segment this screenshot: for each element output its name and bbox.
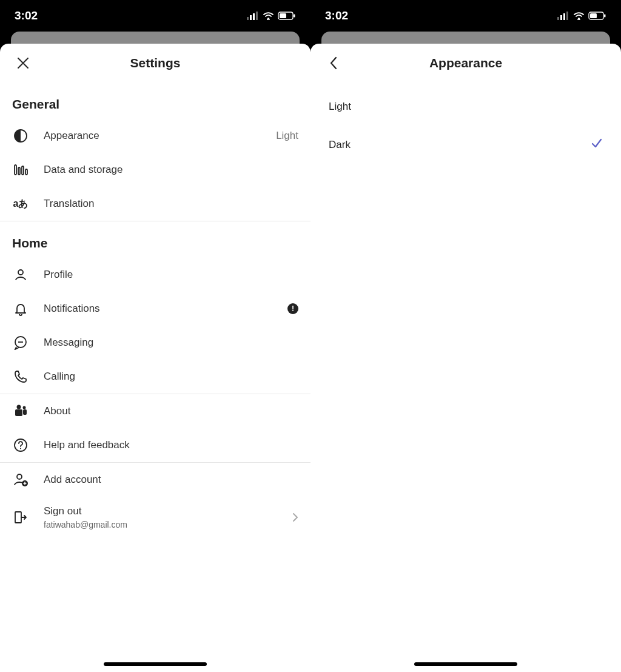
svg-rect-12 — [25, 169, 27, 175]
close-button[interactable] — [12, 52, 34, 74]
page-title: Settings — [0, 56, 310, 70]
settings-sheet: Settings General Appearance Light Data a… — [0, 44, 310, 672]
row-messaging[interactable]: Messaging — [0, 326, 310, 360]
row-label: Messaging — [44, 337, 298, 349]
section-header-general: General — [0, 82, 310, 119]
row-value: Light — [276, 130, 298, 142]
cellular-icon — [247, 12, 259, 20]
row-label: Data and storage — [44, 164, 298, 176]
svg-rect-26 — [560, 15, 562, 20]
cellular-icon — [557, 12, 569, 20]
teams-icon — [13, 403, 29, 419]
status-time: 3:02 — [325, 9, 348, 22]
svg-point-4 — [267, 18, 269, 19]
status-bar: 3:02 — [0, 0, 310, 32]
wifi-icon — [263, 12, 274, 20]
status-indicators — [557, 12, 606, 20]
svg-rect-11 — [22, 166, 24, 175]
svg-rect-19 — [23, 409, 27, 415]
wifi-icon — [573, 12, 585, 20]
row-sublabel: fatiwahab@gmail.com — [44, 520, 292, 529]
alert-badge: ! — [287, 303, 298, 314]
nav-bar: Settings — [0, 44, 310, 82]
row-label: Help and feedback — [44, 439, 298, 451]
row-profile[interactable]: Profile — [0, 258, 310, 292]
svg-rect-1 — [250, 15, 252, 20]
appearance-icon — [13, 129, 28, 143]
add-account-icon — [13, 472, 29, 488]
appearance-sheet: Appearance Light Dark — [310, 44, 621, 672]
svg-rect-6 — [280, 13, 286, 18]
row-label: About — [44, 405, 298, 417]
row-notifications[interactable]: Notifications ! — [0, 292, 310, 326]
row-data-storage[interactable]: Data and storage — [0, 153, 310, 187]
row-about[interactable]: About — [0, 394, 310, 428]
svg-point-22 — [17, 474, 22, 479]
sign-out-icon — [13, 510, 28, 525]
chevron-left-icon — [329, 56, 338, 70]
svg-rect-32 — [604, 15, 606, 18]
svg-point-13 — [18, 270, 23, 275]
bell-icon — [13, 301, 28, 316]
row-translation[interactable]: aあ Translation — [0, 187, 310, 221]
background-peek — [310, 32, 621, 44]
help-icon — [13, 438, 28, 452]
svg-rect-2 — [253, 13, 255, 20]
svg-rect-9 — [15, 165, 16, 175]
status-time: 3:02 — [15, 9, 38, 22]
battery-icon — [588, 12, 606, 20]
row-label: Appearance — [44, 130, 276, 142]
svg-rect-3 — [256, 12, 258, 20]
row-appearance[interactable]: Appearance Light — [0, 119, 310, 153]
row-label: Profile — [44, 269, 298, 281]
chevron-right-icon — [292, 512, 298, 522]
row-label: Notifications — [44, 303, 287, 315]
svg-rect-10 — [18, 167, 20, 175]
close-icon — [16, 56, 30, 70]
nav-bar: Appearance — [310, 44, 621, 82]
section-header-home: Home — [0, 221, 310, 258]
data-storage-icon — [13, 163, 28, 177]
status-bar: 3:02 — [310, 0, 621, 32]
background-peek — [0, 32, 310, 44]
svg-rect-18 — [15, 409, 22, 416]
svg-rect-27 — [563, 13, 565, 20]
row-calling[interactable]: Calling — [0, 360, 310, 394]
profile-icon — [13, 267, 28, 282]
row-label: Calling — [44, 371, 298, 383]
chat-icon — [13, 335, 28, 350]
svg-rect-24 — [15, 512, 21, 523]
svg-rect-25 — [557, 17, 559, 20]
checkmark-icon — [591, 137, 603, 152]
svg-point-16 — [17, 405, 21, 409]
page-title: Appearance — [310, 56, 621, 70]
svg-rect-28 — [566, 12, 568, 20]
option-label: Dark — [329, 139, 351, 151]
home-indicator[interactable] — [414, 662, 517, 666]
option-label: Light — [329, 101, 351, 113]
phone-appearance: 3:02 Appearance Light Dark — [310, 0, 621, 672]
svg-point-29 — [578, 18, 580, 19]
phone-settings: 3:02 Settings General Appearance Light D… — [0, 0, 310, 672]
option-light[interactable]: Light — [310, 89, 621, 125]
row-sign-out[interactable]: Sign out fatiwahab@gmail.com — [0, 497, 310, 538]
phone-icon — [13, 369, 28, 384]
status-indicators — [247, 12, 296, 20]
row-label: Translation — [44, 198, 298, 210]
translation-icon: aあ — [13, 198, 29, 210]
option-dark[interactable]: Dark — [310, 125, 621, 164]
svg-rect-31 — [590, 13, 597, 18]
row-label: Sign out — [44, 505, 292, 517]
svg-point-21 — [20, 448, 21, 449]
battery-icon — [278, 12, 296, 20]
row-add-account[interactable]: Add account — [0, 463, 310, 497]
svg-point-17 — [23, 406, 26, 409]
home-indicator[interactable] — [104, 662, 207, 666]
row-help[interactable]: Help and feedback — [0, 428, 310, 462]
back-button[interactable] — [323, 52, 344, 74]
svg-rect-0 — [247, 17, 249, 20]
row-label: Add account — [44, 474, 298, 486]
svg-rect-7 — [294, 15, 295, 18]
